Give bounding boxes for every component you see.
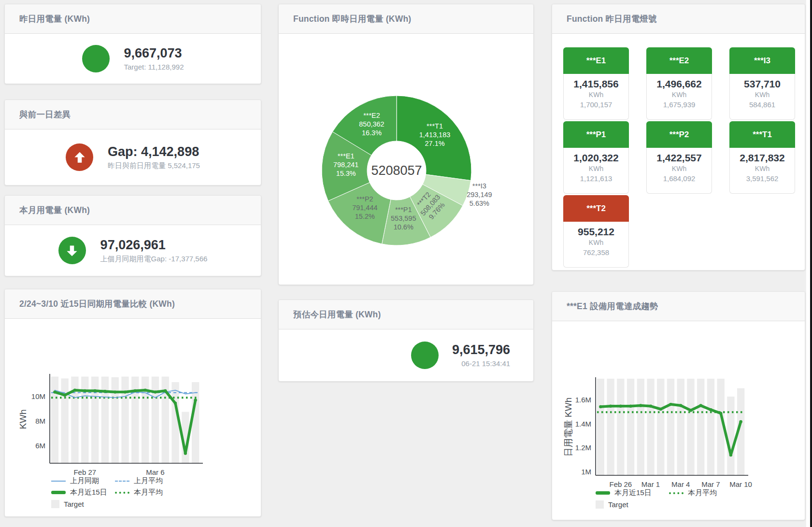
tile-name: ***I3	[729, 47, 795, 74]
panel-title: 與前一日差異	[19, 109, 71, 120]
status-tile: ***T2955,212KWh762,358	[563, 195, 629, 265]
status-tile: ***P21,422,557KWh1,684,092	[646, 121, 712, 191]
legend-item[interactable]: 本月平均	[669, 488, 717, 498]
panel-header: ***E1 設備用電達成趨勢	[552, 292, 805, 321]
panel-today-estimate: 預估今日用電量 (KWh) 9,615,796 06-21 15:34:41	[278, 299, 534, 382]
tile-unit: KWh	[564, 238, 628, 247]
tile-value: 2,817,832	[730, 151, 795, 164]
tile-value: 1,422,557	[647, 151, 712, 164]
panel-title: 本月用電量 (KWh)	[19, 204, 90, 216]
tile-unit: KWh	[730, 90, 795, 100]
legend-label: 本月近15日	[70, 488, 107, 497]
legend-swatch-icon	[51, 500, 59, 508]
status-circle-icon	[82, 45, 110, 72]
gap-sub: 昨日與前日用電量 5,524,175	[108, 160, 200, 171]
legend-label: 上月同期	[70, 476, 99, 485]
legend-item[interactable]: Target	[596, 499, 669, 510]
panel-title: 昨日用電量 (KWh)	[19, 13, 90, 25]
tile-body: 955,212KWh762,358	[563, 222, 629, 268]
svg-text:Mar 1: Mar 1	[641, 480, 660, 488]
today-estimate-timestamp: 06-21 15:34:41	[452, 358, 510, 369]
panel-header: 預估今日用電量 (KWh)	[279, 300, 533, 329]
panel-month-usage: 本月用電量 (KWh) 97,026,961 上個月同期用電Gap: -17,3…	[4, 195, 261, 276]
donut-center-total: 5208057	[371, 163, 422, 178]
legend-label: Target	[64, 500, 84, 508]
arrow-down-icon	[58, 237, 86, 264]
tile-name: ***P1	[563, 121, 629, 148]
tiles-grid: ***E11,415,856KWh1,700,157***E21,496,662…	[563, 47, 795, 265]
today-estimate-value: 9,615,796	[452, 342, 510, 358]
legend-swatch-icon	[51, 481, 66, 482]
tile-value: 1,020,322	[564, 151, 628, 164]
legend-swatch-icon	[115, 481, 129, 482]
legend-label: 本月平均	[134, 488, 163, 497]
panel-title: ***E1 設備用電達成趨勢	[567, 300, 658, 312]
tile-target-value: 1,675,939	[647, 100, 712, 110]
tile-unit: KWh	[730, 164, 795, 173]
svg-text:1M: 1M	[581, 468, 591, 476]
month-value: 97,026,961	[100, 237, 208, 254]
panel-title: Function 即時日用電量 (KWh)	[293, 13, 411, 25]
legend-swatch-icon	[596, 491, 610, 495]
tile-body: 1,422,557KWh1,684,092	[646, 148, 712, 194]
legend-item[interactable]: Target	[51, 499, 115, 509]
panel-gap-prev-day: 與前一日差異 Gap: 4,142,898 昨日與前日用電量 5,524,175	[4, 100, 261, 185]
legend-item[interactable]: 本月近15日	[596, 488, 669, 498]
scrollbar[interactable]	[810, 0, 812, 527]
tile-body: 1,415,856KWh1,700,157	[563, 74, 629, 120]
panel-title: Function 昨日用電燈號	[567, 13, 657, 25]
panel-header: 與前一日差異	[5, 100, 261, 129]
svg-text:Mar 7: Mar 7	[701, 480, 720, 488]
panel-compare-15day: 2/24~3/10 近15日同期用電量比較 (KWh) 6M8M10MFeb 2…	[4, 289, 261, 517]
legend-item[interactable]: 本月平均	[115, 487, 163, 498]
tile-value: 537,710	[730, 77, 795, 90]
legend-label: 本月近15日	[614, 488, 652, 498]
month-gap-sub: 上個月同期用電Gap: -17,377,566	[100, 254, 208, 264]
svg-text:Mar 4: Mar 4	[671, 480, 690, 488]
yesterday-value: 9,667,073	[124, 45, 184, 62]
legend-label: 上月平均	[134, 476, 163, 485]
panel-e1-trend: ***E1 設備用電達成趨勢 1M1.2M1.4M1.6MFeb 26Mar 1…	[552, 291, 805, 520]
legend-swatch-icon	[596, 500, 604, 509]
tile-name: ***T1	[729, 121, 795, 148]
status-tile: ***E21,496,662KWh1,675,939	[646, 47, 712, 117]
legend-item[interactable]: 本月近15日	[51, 487, 115, 498]
status-circle-icon	[411, 342, 439, 369]
chart-legend: 本月近15日本月平均Target	[596, 488, 717, 510]
tile-value: 1,415,856	[564, 77, 628, 90]
svg-text:10M: 10M	[31, 392, 45, 400]
realtime-usage-donut-chart[interactable]: ***T11,413,18327.1%***I3293,1495.63%***T…	[279, 34, 533, 285]
tile-unit: KWh	[647, 164, 712, 173]
page-edge	[806, 0, 810, 527]
legend-item[interactable]: 上月同期	[51, 476, 115, 486]
panel-yesterday-status-lights: Function 昨日用電燈號 ***E11,415,856KWh1,700,1…	[552, 4, 805, 271]
yesterday-target: Target: 11,128,992	[124, 62, 184, 72]
legend-label: Target	[608, 500, 628, 509]
svg-text:Mar 6: Mar 6	[146, 468, 164, 476]
tile-name: ***P2	[646, 121, 712, 148]
svg-text:1.4M: 1.4M	[575, 420, 591, 428]
panel-header: 昨日用電量 (KWh)	[5, 4, 261, 34]
tile-name: ***E2	[646, 47, 712, 74]
status-tile: ***E11,415,856KWh1,700,157	[563, 47, 629, 117]
legend-label: 本月平均	[688, 488, 717, 498]
tile-target-value: 1,121,613	[564, 173, 628, 184]
tile-name: ***E1	[563, 47, 629, 74]
panel-realtime-usage: Function 即時日用電量 (KWh) ***T11,413,18327.1…	[278, 4, 534, 285]
tile-target-value: 1,684,092	[647, 173, 712, 184]
chart-legend: 上月同期上月平均本月近15日本月平均Target	[51, 476, 163, 509]
svg-text:Feb 26: Feb 26	[609, 480, 632, 488]
panel-header: Function 即時日用電量 (KWh)	[279, 4, 533, 34]
legend-swatch-icon	[669, 492, 684, 494]
tile-target-value: 1,700,157	[564, 100, 628, 110]
status-tile: ***I3537,710KWh584,861	[729, 47, 795, 117]
svg-text:1.6M: 1.6M	[575, 396, 591, 404]
tile-target-value: 762,358	[564, 247, 628, 257]
panel-title: 預估今日用電量 (KWh)	[293, 309, 381, 320]
status-tile: ***T12,817,832KWh3,591,562	[729, 121, 795, 191]
panel-header: Function 昨日用電燈號	[552, 4, 805, 34]
gap-value: Gap: 4,142,898	[108, 144, 200, 160]
dashboard: 昨日用電量 (KWh) 9,667,073 Target: 11,128,992…	[0, 0, 812, 527]
legend-item[interactable]: 上月平均	[115, 476, 163, 486]
svg-text:KWh: KWh	[18, 409, 28, 429]
